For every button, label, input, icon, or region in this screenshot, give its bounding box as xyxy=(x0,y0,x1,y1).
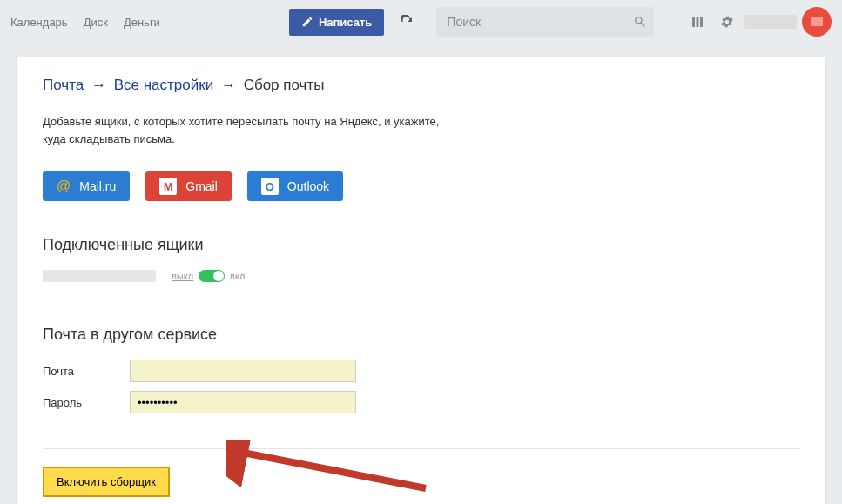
email-label: Почта xyxy=(43,365,130,378)
gear-icon[interactable] xyxy=(715,10,739,34)
enable-collector-button[interactable]: Включить сборщик xyxy=(43,467,170,497)
connected-email xyxy=(43,270,156,282)
gmail-icon: M xyxy=(159,178,177,195)
mailru-icon: @ xyxy=(57,178,71,194)
breadcrumb-mail[interactable]: Почта xyxy=(43,77,84,93)
username-placeholder xyxy=(744,15,797,29)
refresh-button[interactable] xyxy=(393,8,421,36)
avatar[interactable] xyxy=(802,7,832,37)
provider-mailru-button[interactable]: @ Mail.ru xyxy=(43,171,130,201)
toggle-switch[interactable] xyxy=(199,270,225,282)
divider xyxy=(43,448,799,449)
email-field[interactable] xyxy=(130,360,356,382)
connected-heading: Подключенные ящики xyxy=(43,236,799,254)
provider-outlook-button[interactable]: O Outlook xyxy=(247,171,343,201)
provider-label: Mail.ru xyxy=(79,179,116,193)
search-icon xyxy=(633,15,647,29)
breadcrumb-current: Сбор почты xyxy=(244,77,325,93)
svg-line-0 xyxy=(234,451,426,488)
toggle-on-label: вкл xyxy=(230,271,245,281)
other-service-heading: Почта в другом сервисе xyxy=(43,326,799,344)
topnav-calendar[interactable]: Календарь xyxy=(10,16,68,29)
compose-icon xyxy=(301,16,313,28)
provider-label: Outlook xyxy=(287,179,329,193)
callout-arrow-icon xyxy=(226,440,434,501)
arrow-icon: → xyxy=(221,77,236,93)
toggle-off-label[interactable]: выкл xyxy=(172,271,193,281)
themes-icon[interactable] xyxy=(685,10,710,34)
outlook-icon: O xyxy=(261,178,279,195)
page-description: Добавьте ящики, с которых хотите пересыл… xyxy=(43,113,461,147)
connected-account-row: выкл вкл xyxy=(43,270,799,282)
provider-gmail-button[interactable]: M Gmail xyxy=(145,171,232,201)
arrow-icon: → xyxy=(91,77,106,93)
breadcrumb: Почта → Все настройки → Сбор почты xyxy=(43,77,799,94)
compose-button[interactable]: Написать xyxy=(289,9,384,36)
search-input[interactable] xyxy=(436,7,654,37)
topnav-money[interactable]: Деньги xyxy=(124,16,160,29)
password-label: Пароль xyxy=(43,396,130,409)
breadcrumb-all-settings[interactable]: Все настройки xyxy=(114,77,213,93)
topnav-disk[interactable]: Диск xyxy=(84,16,108,29)
password-field[interactable] xyxy=(130,391,356,413)
provider-label: Gmail xyxy=(185,179,218,193)
compose-label: Написать xyxy=(319,16,372,29)
refresh-icon xyxy=(400,15,414,29)
